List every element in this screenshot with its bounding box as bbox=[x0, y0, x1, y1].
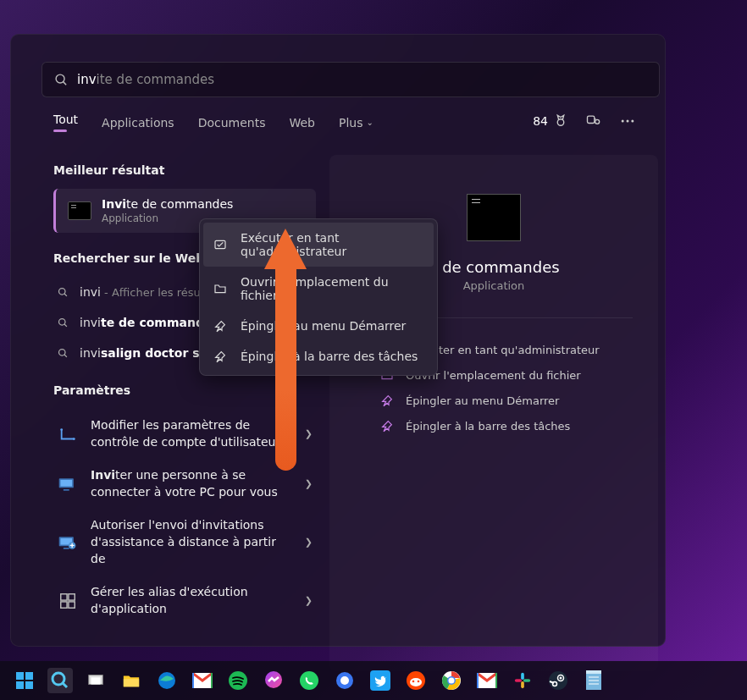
search-icon bbox=[54, 73, 69, 87]
settings-result-item[interactable]: Modifier les paramètres de contrôle de c… bbox=[53, 409, 316, 459]
search-icon bbox=[57, 347, 69, 360]
tab-more[interactable]: Plus ⌄ bbox=[339, 116, 374, 135]
ctx-pin-start[interactable]: Épingler au menu Démarrer bbox=[203, 311, 434, 341]
settings-result-item[interactable]: Autoriser l'envoi d'invitations d'assist… bbox=[53, 509, 316, 576]
ctx-label: Ouvrir l'emplacement du fichier bbox=[241, 275, 423, 302]
tab-documents[interactable]: Documents bbox=[198, 116, 266, 135]
svg-rect-26 bbox=[69, 602, 75, 608]
rewards-medal-icon bbox=[553, 113, 568, 129]
best-match-title: Invite de commandes bbox=[102, 197, 233, 211]
signal-icon[interactable] bbox=[332, 668, 357, 693]
svg-point-60 bbox=[560, 677, 562, 680]
svg-rect-57 bbox=[515, 679, 522, 682]
svg-rect-21 bbox=[64, 548, 69, 549]
svg-point-44 bbox=[340, 676, 349, 685]
chevron-right-icon: ❯ bbox=[305, 478, 313, 489]
svg-rect-32 bbox=[25, 681, 33, 689]
tab-web[interactable]: Web bbox=[289, 116, 315, 135]
file-explorer-icon[interactable] bbox=[119, 668, 144, 693]
edge-icon[interactable] bbox=[154, 668, 180, 693]
search-icon bbox=[57, 286, 69, 299]
settings-result-text: Modifier les paramètres de contrôle de c… bbox=[91, 417, 293, 450]
svg-line-13 bbox=[64, 355, 67, 357]
action-pin-taskbar[interactable]: Épingler à la barre des tâches bbox=[355, 413, 633, 438]
uac-icon bbox=[57, 423, 79, 445]
alias-icon bbox=[57, 590, 79, 612]
svg-rect-23 bbox=[61, 594, 67, 600]
context-menu: Exécuter en tant qu'administrateur Ouvri… bbox=[199, 218, 438, 376]
svg-point-8 bbox=[59, 288, 66, 295]
svg-point-48 bbox=[412, 681, 415, 683]
svg-point-10 bbox=[59, 318, 66, 325]
action-label: Épingler à la barre des tâches bbox=[406, 420, 570, 433]
reddit-icon[interactable] bbox=[403, 668, 429, 693]
svg-rect-17 bbox=[60, 480, 72, 487]
svg-rect-18 bbox=[64, 489, 69, 491]
tab-all[interactable]: Tout bbox=[53, 113, 78, 137]
action-pin-start[interactable]: Épingler au menu Démarrer bbox=[355, 388, 633, 413]
svg-point-4 bbox=[595, 119, 600, 124]
section-best-match: Meilleur résultat bbox=[53, 163, 316, 177]
chrome-icon[interactable] bbox=[439, 668, 464, 693]
taskbar bbox=[0, 661, 747, 700]
svg-point-5 bbox=[622, 120, 624, 123]
admin-shield-icon bbox=[213, 238, 227, 251]
tab-applications[interactable]: Applications bbox=[102, 116, 174, 135]
svg-point-7 bbox=[631, 120, 634, 123]
pin-icon bbox=[380, 419, 394, 433]
header-right: 84 bbox=[533, 113, 636, 130]
task-view-button[interactable] bbox=[83, 668, 108, 693]
ctx-pin-taskbar[interactable]: Épingler à la barre des tâches bbox=[203, 341, 434, 372]
svg-rect-56 bbox=[521, 681, 524, 688]
settings-result-text: Inviter une personne à se connecter à vo… bbox=[91, 467, 293, 500]
spotify-icon[interactable] bbox=[225, 668, 251, 693]
ctx-label: Épingler au menu Démarrer bbox=[241, 319, 406, 333]
ctx-label: Épingler à la barre des tâches bbox=[241, 350, 418, 363]
pin-icon bbox=[213, 319, 227, 333]
search-button[interactable] bbox=[47, 668, 73, 693]
svg-point-6 bbox=[627, 120, 629, 123]
more-options-icon[interactable] bbox=[619, 113, 636, 130]
search-settings-icon[interactable] bbox=[585, 113, 602, 130]
search-box[interactable]: invite de commandes bbox=[42, 62, 660, 97]
start-button[interactable] bbox=[12, 668, 37, 693]
remote-assist-icon bbox=[57, 532, 79, 554]
svg-point-14 bbox=[60, 428, 63, 431]
messenger-icon[interactable] bbox=[261, 668, 286, 693]
rewards-points[interactable]: 84 bbox=[533, 113, 568, 129]
svg-rect-3 bbox=[588, 116, 595, 123]
settings-result-item[interactable]: Gérer les alias d'exécution d'applicatio… bbox=[53, 576, 316, 626]
folder-icon bbox=[213, 282, 227, 295]
slack-icon[interactable] bbox=[510, 668, 535, 693]
steam-icon[interactable] bbox=[545, 668, 571, 693]
svg-rect-63 bbox=[586, 670, 601, 674]
svg-point-0 bbox=[56, 74, 64, 83]
svg-rect-31 bbox=[16, 681, 24, 689]
cmd-prompt-preview-icon bbox=[467, 194, 521, 241]
settings-result-text: Autoriser l'envoi d'invitations d'assist… bbox=[91, 517, 293, 567]
svg-point-49 bbox=[418, 681, 420, 683]
svg-point-15 bbox=[73, 438, 75, 440]
chevron-right-icon: ❯ bbox=[305, 595, 313, 606]
svg-rect-24 bbox=[69, 594, 75, 600]
chevron-right-icon: ❯ bbox=[305, 537, 313, 548]
svg-line-1 bbox=[64, 81, 67, 85]
search-input[interactable]: invite de commandes bbox=[77, 72, 647, 87]
chevron-down-icon: ⌄ bbox=[367, 118, 374, 127]
search-tabs: Tout Applications Documents Web Plus ⌄ bbox=[53, 113, 374, 137]
svg-line-34 bbox=[63, 683, 67, 687]
settings-result-text: Gérer les alias d'exécution d'applicatio… bbox=[91, 584, 293, 617]
gmail-icon[interactable] bbox=[190, 668, 215, 693]
whatsapp-icon[interactable] bbox=[296, 668, 322, 693]
action-label: Épingler au menu Démarrer bbox=[406, 394, 559, 407]
svg-rect-54 bbox=[521, 673, 524, 680]
gmail-icon[interactable] bbox=[474, 668, 500, 693]
twitter-icon[interactable] bbox=[368, 668, 393, 693]
settings-result-item[interactable]: Inviter une personne à se connecter à vo… bbox=[53, 459, 316, 509]
svg-rect-29 bbox=[16, 672, 24, 680]
svg-line-9 bbox=[64, 294, 67, 296]
notepad-icon[interactable] bbox=[581, 668, 606, 693]
ctx-open-file-location[interactable]: Ouvrir l'emplacement du fichier bbox=[203, 267, 434, 311]
search-icon bbox=[57, 317, 69, 329]
ctx-run-as-admin[interactable]: Exécuter en tant qu'administrateur bbox=[203, 223, 434, 267]
